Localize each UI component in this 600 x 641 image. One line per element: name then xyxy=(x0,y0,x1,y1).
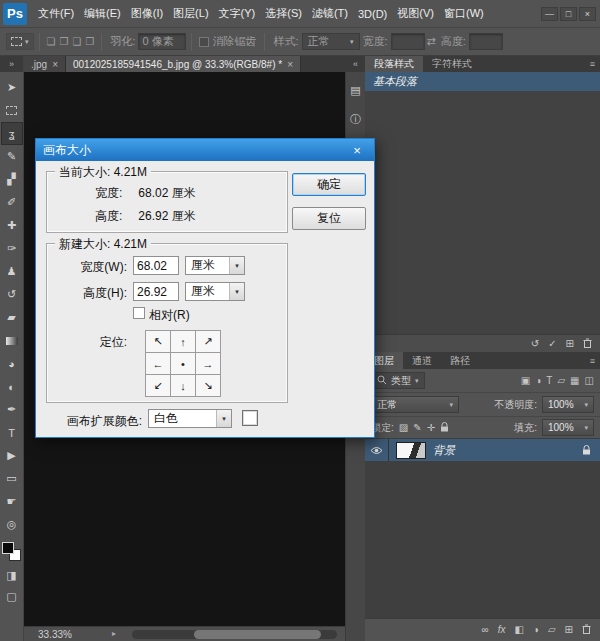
dodge-tool[interactable]: ◐ xyxy=(1,375,23,398)
rectangular-marquee-tool[interactable] xyxy=(1,99,23,122)
filter-shape-layers-icon[interactable]: ▱ xyxy=(557,376,565,386)
tab-paragraph-styles[interactable]: 段落样式 xyxy=(365,56,423,72)
info-panel-icon[interactable]: ⓘ xyxy=(346,108,365,130)
paragraph-panel-menu-icon[interactable]: ≡ xyxy=(590,59,600,69)
menu-file[interactable]: 文件(F) xyxy=(33,0,79,27)
link-layers-icon[interactable]: ∞ xyxy=(481,625,488,635)
eyedropper-tool[interactable]: ✐ xyxy=(1,191,23,214)
lock-pixels-icon[interactable]: ✎ xyxy=(413,423,421,433)
adjustment-layer-icon[interactable]: ◑ xyxy=(533,625,539,635)
menu-edit[interactable]: 编辑(E) xyxy=(79,0,126,27)
new-layer-icon[interactable]: ⊞ xyxy=(565,625,573,635)
layer-filter-type-dropdown[interactable]: 类型 ▾ xyxy=(371,372,425,389)
fill-dropdown[interactable]: 100% ▾ xyxy=(542,419,594,436)
antialias-checkbox[interactable] xyxy=(199,37,209,47)
menu-window[interactable]: 窗口(W) xyxy=(439,0,489,27)
style-dropdown[interactable]: 正常 ▾ xyxy=(302,33,360,50)
filter-adjustment-layers-icon[interactable]: ◑ xyxy=(535,376,541,386)
anchor-bottom-right[interactable]: ↘ xyxy=(196,375,220,396)
maximize-button[interactable]: □ xyxy=(560,7,577,21)
close-button[interactable]: × xyxy=(579,7,596,21)
ok-button[interactable]: 确定 xyxy=(292,173,366,196)
hand-tool[interactable]: ☛ xyxy=(1,490,23,513)
redefine-style-icon[interactable]: ✓ xyxy=(548,339,556,349)
foreground-color-swatch[interactable] xyxy=(2,542,14,554)
layer-thumbnail[interactable] xyxy=(396,442,426,459)
document-tab-1[interactable]: .jpg × xyxy=(24,56,66,72)
anchor-top-left[interactable]: ↖ xyxy=(146,331,170,352)
anchor-top[interactable]: ↑ xyxy=(171,331,195,352)
move-tool[interactable]: ➤ xyxy=(1,76,23,99)
menu-type[interactable]: 文字(Y) xyxy=(214,0,261,27)
quick-mask-icon[interactable]: ◨ xyxy=(6,569,16,582)
type-tool[interactable]: T xyxy=(1,421,23,444)
anchor-bottom-left[interactable]: ↙ xyxy=(146,375,170,396)
opacity-dropdown[interactable]: 100% ▾ xyxy=(542,396,594,413)
new-style-icon[interactable]: ⊞ xyxy=(566,339,574,349)
lock-all-icon[interactable] xyxy=(440,422,449,434)
style-item-basic-paragraph[interactable]: 基本段落 xyxy=(365,72,600,91)
extension-color-dropdown[interactable]: 白色 ▾ xyxy=(148,409,232,428)
filter-pixel-layers-icon[interactable]: ▣ xyxy=(521,376,530,386)
close-tab-icon[interactable]: × xyxy=(52,59,58,70)
pen-tool[interactable]: ✒ xyxy=(1,398,23,421)
delete-style-icon[interactable] xyxy=(583,338,592,350)
anchor-top-right[interactable]: ↗ xyxy=(196,331,220,352)
lasso-tool[interactable]: ʓ xyxy=(1,122,23,145)
new-selection-icon[interactable]: ❏ xyxy=(45,36,58,47)
horizontal-scrollbar-thumb[interactable] xyxy=(194,630,321,639)
layer-visibility-toggle[interactable] xyxy=(365,439,389,461)
layer-filter-toggle-icon[interactable]: ◫ xyxy=(585,376,594,386)
minimize-button[interactable]: — xyxy=(541,7,558,21)
reset-button[interactable]: 复位 xyxy=(292,207,366,230)
document-tab-2[interactable]: 0012025185941546_b.jpg @ 33.3%(RGB/8#) *… xyxy=(66,56,301,72)
tab-paths[interactable]: 路径 xyxy=(441,352,479,369)
filter-type-layers-icon[interactable]: T xyxy=(546,376,552,386)
layer-row-background[interactable]: 背景 xyxy=(365,439,600,461)
horizontal-scrollbar[interactable] xyxy=(132,630,337,639)
layer-effects-icon[interactable]: fx xyxy=(498,625,506,635)
history-brush-tool[interactable]: ↺ xyxy=(1,283,23,306)
rectangle-tool[interactable]: ▭ xyxy=(1,467,23,490)
menu-3d[interactable]: 3D(D) xyxy=(353,0,392,27)
layers-panel-menu-icon[interactable]: ≡ xyxy=(590,356,600,366)
blend-mode-dropdown[interactable]: 正常 ▾ xyxy=(371,396,459,413)
menu-image[interactable]: 图像(I) xyxy=(126,0,168,27)
new-height-input[interactable] xyxy=(133,282,179,301)
height-unit-dropdown[interactable]: 厘米 ▾ xyxy=(185,282,245,301)
dialog-titlebar[interactable]: 画布大小 × xyxy=(36,139,374,161)
zoom-level-field[interactable]: 33.33% xyxy=(38,629,72,640)
new-group-icon[interactable]: ▱ xyxy=(548,625,556,635)
menu-select[interactable]: 选择(S) xyxy=(260,0,307,27)
spot-healing-brush-tool[interactable]: ✚ xyxy=(1,214,23,237)
brush-tool[interactable]: ✑ xyxy=(1,237,23,260)
width-unit-dropdown[interactable]: 厘米 ▾ xyxy=(185,256,245,275)
add-selection-icon[interactable]: ❐ xyxy=(57,36,70,47)
swap-dimensions-icon[interactable]: ⇄ xyxy=(427,35,436,48)
status-menu-icon[interactable]: ▸ xyxy=(112,629,116,638)
tool-preset-picker[interactable]: ▾ xyxy=(6,33,34,50)
anchor-left[interactable]: ← xyxy=(146,353,170,374)
lock-transparency-icon[interactable]: ▨ xyxy=(399,423,408,433)
anchor-center[interactable]: • xyxy=(171,353,195,374)
eraser-tool[interactable]: ▰ xyxy=(1,306,23,329)
path-selection-tool[interactable]: ▶ xyxy=(1,444,23,467)
clone-stamp-tool[interactable]: ♟ xyxy=(1,260,23,283)
height-input[interactable] xyxy=(469,33,503,50)
dialog-close-button[interactable]: × xyxy=(347,143,367,158)
width-input[interactable] xyxy=(391,33,425,50)
expand-panels-icon[interactable]: « xyxy=(346,56,365,72)
filter-smart-objects-icon[interactable]: ▦ xyxy=(570,376,579,386)
menu-layer[interactable]: 图层(L) xyxy=(168,0,213,27)
gradient-tool[interactable] xyxy=(1,329,23,352)
properties-panel-icon[interactable]: ▤ xyxy=(346,79,365,101)
intersect-selection-icon[interactable]: ❒ xyxy=(83,36,96,47)
anchor-right[interactable]: → xyxy=(196,353,220,374)
tab-channels[interactable]: 通道 xyxy=(403,352,441,369)
toolbar-collapse-icon[interactable]: » xyxy=(0,56,23,72)
screen-mode-icon[interactable]: ▢ xyxy=(6,590,16,603)
feather-input[interactable]: 0 像素 xyxy=(138,33,186,50)
load-styles-icon[interactable]: ↺ xyxy=(531,339,539,349)
crop-tool[interactable]: ▞ xyxy=(1,168,23,191)
relative-checkbox[interactable] xyxy=(133,307,145,319)
